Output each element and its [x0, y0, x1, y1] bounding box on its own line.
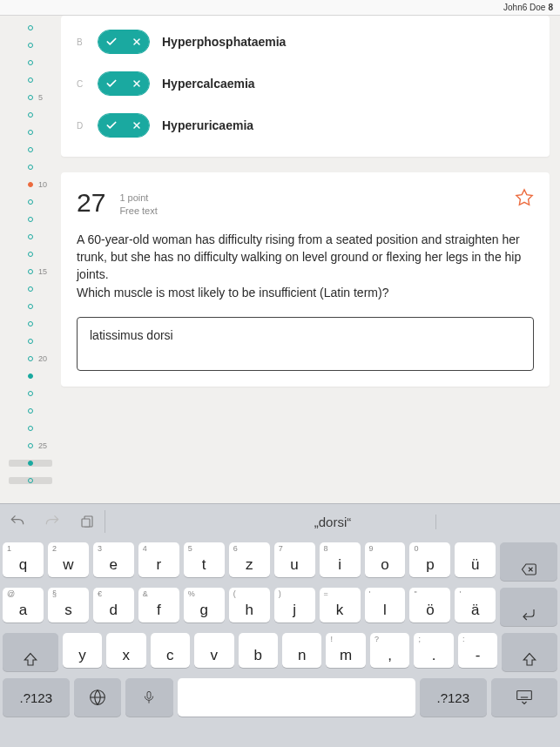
progress-dot[interactable] [9, 407, 52, 414]
progress-dot[interactable] [9, 216, 52, 223]
key-l[interactable]: 'l [365, 588, 406, 622]
key-u[interactable]: 7u [274, 542, 315, 577]
key-.[interactable]: ;. [414, 633, 453, 668]
symbols-key[interactable]: .?123 [3, 678, 70, 717]
redo-button[interactable] [35, 504, 70, 539]
key-p[interactable]: 0p [409, 542, 450, 577]
key-ä[interactable]: 'ä [455, 588, 496, 622]
star-icon [515, 188, 534, 207]
progress-dot[interactable] [9, 425, 52, 432]
cross-icon[interactable] [124, 114, 149, 137]
key-c[interactable]: c [151, 633, 190, 668]
cross-icon[interactable] [124, 72, 149, 95]
space-key[interactable] [178, 678, 415, 717]
shift-key[interactable] [502, 633, 557, 671]
progress-dot[interactable]: 25 [9, 442, 52, 449]
key-alt-label: 4 [143, 544, 147, 553]
progress-dot[interactable] [9, 390, 52, 397]
svg-rect-13 [147, 691, 151, 698]
key-alt-label: 2 [52, 544, 57, 553]
answer-toggle[interactable] [98, 71, 150, 96]
svg-rect-15 [516, 691, 531, 700]
main-area: 510152025 B Hyperphosphataemia C [0, 16, 560, 503]
progress-dot[interactable] [9, 477, 52, 484]
progress-dot[interactable]: 5 [9, 94, 52, 101]
progress-dot[interactable]: 15 [9, 268, 52, 275]
key-d[interactable]: €d [93, 588, 134, 622]
key-main-label: n [298, 647, 306, 664]
key-r[interactable]: 4r [138, 542, 179, 577]
key-w[interactable]: 2w [48, 542, 89, 577]
key-a[interactable]: @a [3, 588, 44, 622]
progress-dot[interactable] [9, 77, 52, 84]
key-o[interactable]: 9o [365, 542, 406, 577]
shift-key[interactable] [3, 633, 58, 671]
key-,[interactable]: ?, [370, 633, 409, 668]
symbols-key[interactable]: .?123 [420, 678, 487, 717]
key-q[interactable]: 1q [3, 542, 44, 577]
key-f[interactable]: &f [138, 588, 179, 622]
shift-icon [23, 652, 38, 668]
progress-dot[interactable]: 20 [9, 355, 52, 362]
key-s[interactable]: §s [48, 588, 89, 622]
check-icon[interactable] [98, 114, 124, 137]
progress-dot[interactable] [9, 338, 52, 345]
return-key[interactable] [500, 588, 557, 626]
progress-dot[interactable] [9, 42, 52, 49]
progress-dot[interactable] [9, 199, 52, 205]
progress-dot[interactable] [9, 111, 52, 118]
progress-dot[interactable] [9, 24, 52, 31]
key-m[interactable]: !m [326, 633, 365, 668]
key--[interactable]: :- [458, 633, 497, 668]
key-z[interactable]: 6z [229, 542, 270, 577]
progress-dot[interactable] [9, 164, 52, 171]
progress-dot[interactable] [9, 460, 52, 467]
answer-toggle[interactable] [98, 30, 150, 54]
key-v[interactable]: v [194, 633, 233, 668]
answer-toggle[interactable] [98, 113, 150, 138]
key-n[interactable]: n [282, 633, 321, 668]
undo-button[interactable] [0, 504, 35, 539]
backspace-key[interactable] [500, 542, 557, 581]
hide-keyboard-key[interactable] [491, 678, 558, 717]
key-e[interactable]: 3e [93, 542, 134, 577]
clipboard-button[interactable] [70, 504, 105, 539]
key-label: .?123 [19, 690, 52, 705]
key-b[interactable]: b [239, 633, 278, 668]
dot-icon [28, 374, 33, 379]
key-i[interactable]: 8i [320, 542, 361, 577]
progress-dot[interactable] [9, 303, 52, 310]
key-h[interactable]: (h [229, 588, 270, 622]
progress-dot[interactable] [9, 59, 52, 66]
check-icon[interactable] [98, 72, 124, 95]
user-badge: 8 [548, 3, 553, 12]
key-y[interactable]: y [63, 633, 102, 668]
key-t[interactable]: 5t [184, 542, 225, 577]
answer-input[interactable]: latissimus dorsi [77, 317, 534, 371]
key-x[interactable]: x [106, 633, 145, 668]
progress-dot[interactable]: 10 [9, 181, 52, 188]
progress-dot[interactable] [9, 233, 52, 240]
cross-icon[interactable] [124, 30, 149, 53]
check-icon[interactable] [98, 30, 124, 53]
globe-key[interactable] [74, 678, 122, 717]
favorite-button[interactable] [515, 188, 534, 211]
progress-dot[interactable] [9, 251, 52, 258]
progress-dot[interactable] [9, 373, 52, 380]
progress-dot[interactable] [9, 320, 52, 327]
progress-dot[interactable] [9, 286, 52, 293]
key-g[interactable]: %g [184, 588, 225, 622]
key-alt-label: 0 [414, 544, 418, 553]
progress-dot[interactable] [9, 129, 52, 136]
question-number: 27 [77, 188, 105, 218]
suggestion-center[interactable]: „dorsi“ [230, 515, 436, 529]
key-j[interactable]: )j [274, 588, 315, 622]
key-k[interactable]: =k [320, 588, 361, 622]
mic-key[interactable] [125, 678, 173, 717]
key-ö[interactable]: "ö [409, 588, 450, 622]
dot-icon [28, 286, 33, 292]
dot-label: 10 [38, 180, 47, 189]
key-ü[interactable]: ü [455, 542, 496, 577]
dot-icon [28, 130, 33, 135]
progress-dot[interactable] [9, 146, 52, 153]
